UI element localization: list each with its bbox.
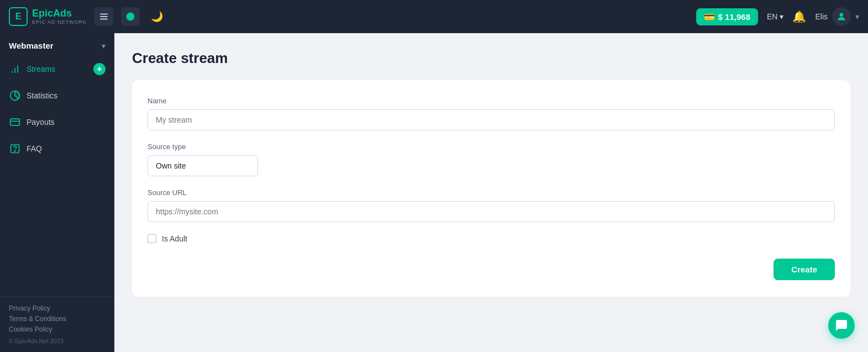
chat-support-button[interactable]: [828, 312, 855, 339]
language-selector[interactable]: EN ▾: [767, 12, 783, 21]
source-type-display: Own site: [148, 155, 258, 176]
theme-icon[interactable]: [121, 7, 140, 26]
sidebar-item-label: Statistics: [27, 91, 57, 100]
sidebar-item-payouts[interactable]: Payouts: [0, 109, 114, 135]
streams-icon: [9, 63, 21, 75]
is-adult-checkbox[interactable]: [148, 234, 156, 243]
layout: Webmaster ▾ Streams +: [0, 33, 868, 352]
logo-icon: E: [9, 7, 28, 26]
avatar: [832, 7, 851, 26]
create-button[interactable]: Create: [774, 259, 835, 280]
terms-link[interactable]: Terms & Conditions: [9, 315, 106, 323]
sidebar-item-label: FAQ: [27, 144, 42, 153]
user-chevron-icon: ▾: [855, 12, 859, 21]
create-stream-form: Name Source type Own site Source URL Is …: [132, 80, 850, 297]
balance-display: 💳 $ 11,968: [696, 8, 758, 25]
chevron-down-icon: ▾: [780, 12, 783, 21]
svg-point-9: [14, 150, 15, 151]
source-type-label: Source type: [148, 143, 835, 151]
sidebar-item-statistics[interactable]: Statistics: [0, 82, 114, 109]
cookies-link[interactable]: Cookies Policy: [9, 325, 106, 333]
main-content: Create stream Name Source type Own site …: [114, 33, 868, 352]
sidebar-item-label: Payouts: [27, 118, 55, 127]
sidebar-collapse-icon[interactable]: ▾: [102, 41, 106, 50]
navbar-right: 💳 $ 11,968 EN ▾ 🔔 Elis ▾: [696, 7, 859, 26]
source-type-group: Source type Own site: [148, 143, 835, 176]
name-input[interactable]: [148, 109, 835, 130]
svg-point-3: [127, 13, 135, 21]
sidebar-role: Webmaster: [9, 41, 54, 50]
add-stream-button[interactable]: +: [93, 63, 106, 75]
privacy-policy-link[interactable]: Privacy Policy: [9, 304, 106, 312]
sidebar-footer: Privacy Policy Terms & Conditions Cookie…: [0, 296, 114, 352]
svg-point-4: [840, 13, 844, 17]
navbar: E EpicAds EPIC AD NETWORK 🌙 💳 $ 11,968 E…: [0, 0, 868, 33]
sidebar-nav: Streams + Statistics P: [0, 56, 114, 296]
wallet-icon: 💳: [704, 12, 715, 22]
svg-rect-6: [10, 119, 20, 125]
sidebar-item-faq[interactable]: FAQ: [0, 135, 114, 162]
page-title: Create stream: [132, 50, 850, 67]
source-url-group: Source URL: [148, 188, 835, 222]
user-menu[interactable]: Elis ▾: [815, 7, 859, 26]
source-url-label: Source URL: [148, 188, 835, 197]
source-url-input[interactable]: [148, 201, 835, 222]
logo-text: EpicAds: [32, 8, 87, 18]
sidebar: Webmaster ▾ Streams +: [0, 33, 114, 352]
sidebar-header: Webmaster ▾: [0, 33, 114, 56]
name-label: Name: [148, 97, 835, 105]
navbar-left: E EpicAds EPIC AD NETWORK 🌙: [9, 7, 166, 26]
menu-toggle-button[interactable]: [94, 7, 113, 26]
is-adult-row: Is Adult: [148, 234, 835, 243]
is-adult-label: Is Adult: [162, 234, 187, 243]
statistics-icon: [9, 90, 21, 102]
logo-sub: EPIC AD NETWORK: [32, 19, 87, 25]
name-field-group: Name: [148, 97, 835, 130]
copyright: © EpicAds.Net 2023: [9, 338, 106, 344]
faq-icon: [9, 143, 21, 155]
dark-mode-toggle[interactable]: 🌙: [148, 7, 166, 26]
sidebar-item-label: Streams: [27, 65, 55, 73]
sidebar-item-streams[interactable]: Streams +: [0, 56, 114, 82]
notifications-button[interactable]: 🔔: [792, 10, 806, 23]
payouts-icon: [9, 116, 21, 128]
logo: E EpicAds EPIC AD NETWORK: [9, 7, 87, 26]
form-actions: Create: [148, 259, 835, 280]
